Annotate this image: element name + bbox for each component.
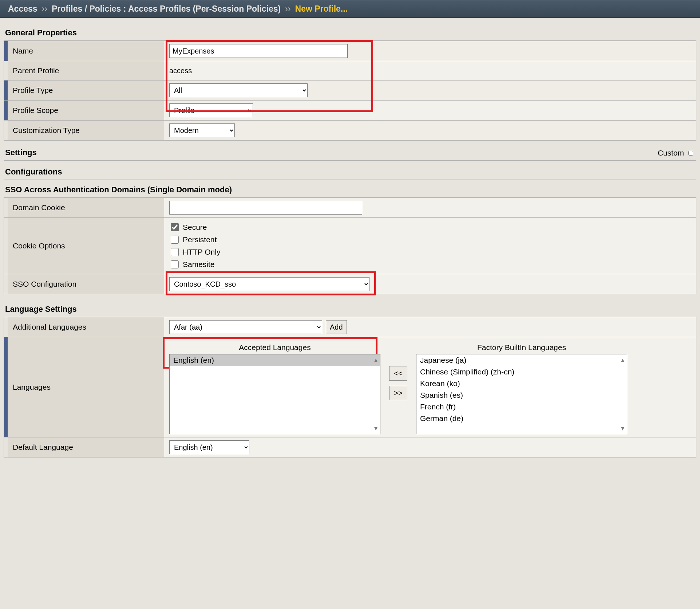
- label-name: Name: [8, 41, 164, 61]
- scroll-hint-icon: ▴▾: [620, 354, 626, 434]
- label-sso-config: SSO Configuration: [8, 274, 164, 294]
- section-title-general: General Properties: [4, 18, 696, 41]
- custom-label: Custom: [658, 149, 684, 157]
- factory-languages-title: Factory BuiltIn Languages: [477, 343, 566, 354]
- row-marker: [4, 121, 8, 140]
- domain-cookie-input[interactable]: [169, 201, 362, 215]
- cookie-persistent-checkbox[interactable]: [171, 236, 179, 244]
- accepted-languages-title: Accepted Languages: [239, 343, 311, 354]
- panel-general: Name Parent Profile access Profile Type …: [4, 41, 696, 141]
- label-profile-scope: Profile Scope: [8, 101, 164, 120]
- breadcrumb-sep-1: ››: [42, 4, 47, 14]
- label-languages: Languages: [8, 337, 164, 437]
- profile-type-select[interactable]: All: [169, 83, 308, 97]
- section-title-sso: SSO Across Authentication Domains (Singl…: [4, 180, 696, 198]
- list-item[interactable]: English (en): [170, 354, 380, 366]
- scroll-hint-icon: ▴▾: [373, 354, 379, 434]
- factory-languages-list[interactable]: Japanese (ja)Chinese (Simplified) (zh-cn…: [416, 354, 627, 434]
- section-title-settings-row: Settings Custom: [4, 141, 696, 161]
- row-marker: [4, 198, 8, 217]
- cookie-persistent-label: Persistent: [183, 234, 217, 245]
- row-marker: [4, 317, 8, 337]
- sso-config-select[interactable]: Contoso_KCD_sso: [169, 277, 369, 291]
- row-marker: [4, 80, 8, 100]
- row-marker: [4, 218, 8, 274]
- cookie-secure-label: Secure: [183, 221, 207, 233]
- label-additional-languages: Additional Languages: [8, 317, 164, 337]
- custom-checkbox[interactable]: [688, 151, 693, 156]
- cookie-samesite-checkbox[interactable]: [171, 260, 179, 268]
- cookie-samesite-label: Samesite: [183, 259, 215, 270]
- name-input[interactable]: [169, 44, 348, 58]
- add-language-button[interactable]: Add: [326, 320, 347, 334]
- label-profile-type: Profile Type: [8, 80, 164, 100]
- list-item[interactable]: German (de): [416, 413, 627, 424]
- row-marker: [4, 274, 8, 294]
- breadcrumb-mid[interactable]: Profiles / Policies : Access Profiles (P…: [52, 4, 281, 14]
- list-item[interactable]: Chinese (Simplified) (zh-cn): [416, 366, 627, 378]
- row-marker: [4, 101, 8, 120]
- breadcrumb-current: New Profile...: [295, 4, 348, 14]
- parent-profile-value: access: [169, 67, 192, 75]
- row-marker: [4, 61, 8, 80]
- section-title-settings: Settings: [5, 148, 37, 157]
- panel-language: Additional Languages Afar (aa) Add Langu…: [4, 317, 696, 457]
- cookie-secure-checkbox[interactable]: [171, 223, 179, 231]
- list-item[interactable]: Korean (ko): [416, 378, 627, 389]
- label-parent-profile: Parent Profile: [8, 61, 164, 80]
- list-item[interactable]: Japanese (ja): [416, 354, 627, 366]
- dual-list: Accepted Languages English (en) ▴▾ << >>…: [169, 340, 691, 434]
- cookie-httponly-label: HTTP Only: [183, 246, 220, 258]
- section-title-language: Language Settings: [4, 294, 696, 317]
- breadcrumb: Access ›› Profiles / Policies : Access P…: [0, 0, 700, 18]
- accepted-languages-list[interactable]: English (en): [169, 354, 380, 434]
- label-domain-cookie: Domain Cookie: [8, 198, 164, 217]
- list-item[interactable]: Spanish (es): [416, 389, 627, 401]
- move-left-button[interactable]: <<: [389, 366, 407, 381]
- profile-scope-select[interactable]: Profile: [169, 103, 253, 117]
- default-language-select[interactable]: English (en): [169, 440, 249, 454]
- move-right-button[interactable]: >>: [389, 386, 407, 400]
- additional-languages-select[interactable]: Afar (aa): [169, 320, 322, 334]
- section-title-configurations: Configurations: [4, 161, 696, 180]
- panel-sso: Domain Cookie Cookie Options Secure Pers…: [4, 198, 696, 294]
- label-default-language: Default Language: [8, 437, 164, 457]
- row-marker: [4, 437, 8, 457]
- breadcrumb-root[interactable]: Access: [8, 4, 37, 14]
- row-marker: [4, 41, 8, 61]
- label-cookie-options: Cookie Options: [8, 218, 164, 274]
- cookie-httponly-checkbox[interactable]: [171, 248, 179, 256]
- customization-type-select[interactable]: Modern: [169, 123, 235, 137]
- breadcrumb-sep-2: ››: [285, 4, 290, 14]
- list-item[interactable]: French (fr): [416, 401, 627, 413]
- row-marker: [4, 337, 8, 437]
- label-customization-type: Customization Type: [8, 121, 164, 140]
